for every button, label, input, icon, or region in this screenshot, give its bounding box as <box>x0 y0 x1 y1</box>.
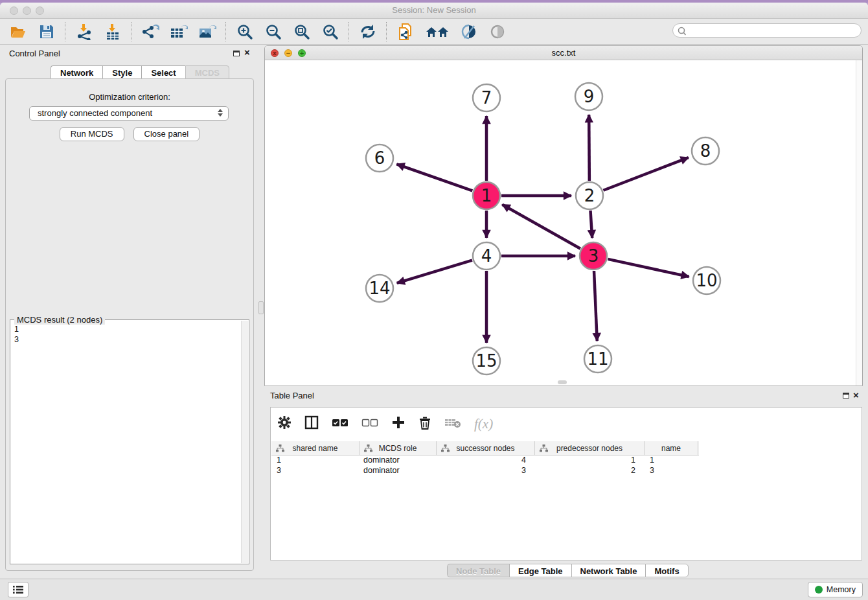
node-label: 7 <box>481 88 492 108</box>
deselect-all-icon[interactable] <box>361 417 378 430</box>
edge-3-10[interactable] <box>608 259 689 277</box>
node-15[interactable]: 15 <box>473 347 500 375</box>
network-view-window: x − + scc.txt 1234678910111415 <box>264 45 863 386</box>
export-network-icon[interactable] <box>141 23 159 41</box>
tab-style[interactable]: Style <box>102 65 141 79</box>
network-view-title: scc.txt <box>265 48 862 58</box>
zoom-in-icon[interactable] <box>236 23 254 41</box>
column-header-successor-nodes[interactable]: successor nodes <box>437 441 535 455</box>
duplicate-network-icon[interactable] <box>396 23 415 41</box>
task-history-button[interactable] <box>8 582 29 597</box>
add-row-icon[interactable] <box>391 415 405 432</box>
control-panel-title: Control Panel <box>9 49 60 58</box>
tab-mcds[interactable]: MCDS <box>185 65 229 79</box>
node-11[interactable]: 11 <box>584 345 611 373</box>
zoom-fit-icon[interactable] <box>293 23 311 41</box>
node-2[interactable]: 2 <box>576 182 603 209</box>
node-4[interactable]: 4 <box>473 242 500 270</box>
select-all-icon[interactable] <box>332 417 348 430</box>
column-header-predecessor-nodes[interactable]: predecessor nodes <box>535 441 645 455</box>
optimization-criterion-label: Optimization criterion: <box>6 92 253 102</box>
table-header-row: shared name MCDS role successor nodes pr… <box>271 441 699 456</box>
control-panel-tabs: Network Style Select MCDS <box>51 65 229 79</box>
node-3[interactable]: 3 <box>580 242 607 270</box>
node-9[interactable]: 9 <box>575 83 602 110</box>
result-scrollbar[interactable] <box>241 321 248 563</box>
tab-select[interactable]: Select <box>141 65 185 79</box>
export-image-icon[interactable] <box>198 23 216 41</box>
eye-icon[interactable] <box>488 23 507 41</box>
node-7[interactable]: 7 <box>473 84 500 111</box>
window-title: Session: New Session <box>0 5 868 15</box>
panel-splitter-grip[interactable] <box>258 301 264 314</box>
criterion-value: strongly connected component <box>38 108 152 118</box>
settings-gear-icon[interactable] <box>277 415 291 432</box>
edge-3-1[interactable] <box>502 205 580 249</box>
main-toolbar <box>0 19 868 45</box>
split-columns-icon[interactable] <box>304 415 319 432</box>
network-vertical-scrollbar[interactable] <box>856 60 862 386</box>
tab-network[interactable]: Network <box>51 65 102 79</box>
search-field[interactable] <box>672 23 862 38</box>
apply-layout-icon[interactable] <box>359 23 377 41</box>
search-input[interactable] <box>690 25 858 38</box>
save-session-icon[interactable] <box>38 23 56 41</box>
hierarchy-icon <box>364 444 372 452</box>
edge-2-9[interactable] <box>589 115 589 181</box>
mcds-result-box: MCDS result (2 nodes) 1 3 <box>10 319 249 564</box>
tab-node-table[interactable]: Node Table <box>447 564 509 577</box>
memory-status-icon <box>815 586 823 594</box>
table-panel-close-icon[interactable]: × <box>853 389 859 400</box>
export-table-icon[interactable] <box>170 23 188 41</box>
houses-icon[interactable] <box>425 23 450 41</box>
network-view-titlebar: x − + scc.txt <box>265 46 862 60</box>
search-container <box>672 23 862 38</box>
network-horizontal-scroll-thumb[interactable] <box>558 380 567 384</box>
function-builder-icon[interactable]: f(x) <box>474 416 493 432</box>
criterion-dropdown[interactable]: strongly connected component <box>29 106 229 121</box>
table-panel-float-icon[interactable] <box>843 393 849 398</box>
node-label: 6 <box>374 148 385 168</box>
toggle-details-icon[interactable] <box>460 23 478 41</box>
column-header-shared-name[interactable]: shared name <box>271 441 360 455</box>
tab-motifs[interactable]: Motifs <box>645 564 688 577</box>
table-row[interactable]: 3 dominator 3 2 3 <box>271 466 699 476</box>
list-icon <box>12 585 24 594</box>
run-mcds-button[interactable]: Run MCDS <box>60 127 124 141</box>
node-6[interactable]: 6 <box>366 144 393 172</box>
network-graph[interactable]: 1234678910111415 <box>265 60 862 386</box>
edge-1-6[interactable] <box>396 164 472 190</box>
node-label: 14 <box>369 279 390 298</box>
edge-2-3[interactable] <box>590 211 592 238</box>
node-label: 9 <box>584 87 595 106</box>
memory-button[interactable]: Memory <box>808 582 863 597</box>
table-row[interactable]: 1 dominator 4 1 1 <box>271 456 699 466</box>
import-table-icon[interactable] <box>104 23 122 41</box>
close-panel-button[interactable]: Close panel <box>133 127 200 141</box>
tab-edge-table[interactable]: Edge Table <box>509 564 571 577</box>
column-header-mcds-role[interactable]: MCDS role <box>360 441 437 455</box>
memory-label: Memory <box>827 585 856 594</box>
control-panel-close-icon[interactable]: × <box>244 47 250 58</box>
node-8[interactable]: 8 <box>692 137 719 165</box>
node-label: 3 <box>588 246 599 266</box>
tab-network-table[interactable]: Network Table <box>571 564 646 577</box>
node-10[interactable]: 10 <box>693 267 720 294</box>
node-1[interactable]: 1 <box>473 182 500 209</box>
import-network-icon[interactable] <box>75 23 93 41</box>
column-header-name[interactable]: name <box>645 441 698 455</box>
table-panel-title: Table Panel <box>270 391 314 400</box>
titlebar: Session: New Session <box>0 3 868 19</box>
control-panel-float-icon[interactable] <box>233 51 240 56</box>
open-session-icon[interactable] <box>9 23 27 41</box>
table-tabs: Node Table Edge Table Network Table Moti… <box>447 564 689 577</box>
edge-4-14[interactable] <box>397 260 472 283</box>
zoom-selected-icon[interactable] <box>321 23 339 41</box>
edge-2-8[interactable] <box>603 157 688 190</box>
delete-table-icon[interactable] <box>444 417 461 431</box>
edge-3-11[interactable] <box>594 271 597 341</box>
node-14[interactable]: 14 <box>366 275 393 302</box>
delete-row-icon[interactable] <box>418 415 431 432</box>
zoom-out-icon[interactable] <box>264 23 282 41</box>
network-canvas[interactable]: 1234678910111415 <box>265 60 862 386</box>
